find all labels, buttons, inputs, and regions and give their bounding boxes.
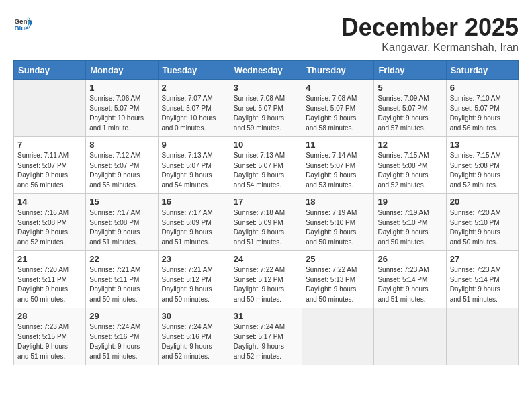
cell-info: Sunrise: 7:15 AM Sunset: 5:08 PM Dayligh… [378,151,442,190]
cell-info: Sunrise: 7:19 AM Sunset: 5:10 PM Dayligh… [306,208,370,247]
calendar-cell: 8Sunrise: 7:12 AM Sunset: 5:07 PM Daylig… [86,137,158,194]
day-number: 3 [234,83,298,93]
day-number: 4 [306,83,370,93]
cell-info: Sunrise: 7:07 AM Sunset: 5:07 PM Dayligh… [162,94,226,133]
day-number: 30 [162,311,226,321]
cell-info: Sunrise: 7:23 AM Sunset: 5:14 PM Dayligh… [378,265,442,304]
day-number: 26 [378,254,442,264]
cell-info: Sunrise: 7:22 AM Sunset: 5:12 PM Dayligh… [234,265,298,304]
day-number: 22 [89,254,154,264]
day-number: 1 [89,83,154,93]
cell-info: Sunrise: 7:08 AM Sunset: 5:07 PM Dayligh… [234,94,298,133]
calendar-week-row: 21Sunrise: 7:20 AM Sunset: 5:11 PM Dayli… [14,251,519,308]
calendar-table: SundayMondayTuesdayWednesdayThursdayFrid… [13,60,519,365]
cell-info: Sunrise: 7:20 AM Sunset: 5:10 PM Dayligh… [450,208,515,247]
calendar-week-row: 14Sunrise: 7:16 AM Sunset: 5:08 PM Dayli… [14,194,519,251]
cell-info: Sunrise: 7:18 AM Sunset: 5:09 PM Dayligh… [234,208,298,247]
weekday-header-cell: Tuesday [158,61,230,80]
calendar-cell: 7Sunrise: 7:11 AM Sunset: 5:07 PM Daylig… [14,137,86,194]
cell-info: Sunrise: 7:23 AM Sunset: 5:14 PM Dayligh… [450,265,515,304]
day-number: 7 [17,140,82,150]
calendar-cell: 14Sunrise: 7:16 AM Sunset: 5:08 PM Dayli… [14,194,86,251]
calendar-cell: 1Sunrise: 7:06 AM Sunset: 5:07 PM Daylig… [86,80,158,137]
calendar-cell [302,308,374,365]
calendar-cell [446,308,518,365]
calendar-cell: 15Sunrise: 7:17 AM Sunset: 5:08 PM Dayli… [86,194,158,251]
day-number: 17 [234,197,298,207]
day-number: 2 [162,83,226,93]
calendar-cell [14,80,86,137]
cell-info: Sunrise: 7:24 AM Sunset: 5:16 PM Dayligh… [89,322,154,361]
calendar-cell: 6Sunrise: 7:10 AM Sunset: 5:07 PM Daylig… [446,80,518,137]
weekday-header-cell: Friday [374,61,446,80]
header: General Blue December 2025 Kangavar, Ker… [13,13,519,54]
calendar-cell: 21Sunrise: 7:20 AM Sunset: 5:11 PM Dayli… [14,251,86,308]
calendar-cell: 25Sunrise: 7:22 AM Sunset: 5:13 PM Dayli… [302,251,374,308]
day-number: 18 [306,197,370,207]
calendar-cell: 17Sunrise: 7:18 AM Sunset: 5:09 PM Dayli… [230,194,302,251]
title-area: December 2025 Kangavar, Kermanshah, Iran [341,13,519,54]
calendar-cell: 22Sunrise: 7:21 AM Sunset: 5:11 PM Dayli… [86,251,158,308]
day-number: 8 [89,140,154,150]
cell-info: Sunrise: 7:06 AM Sunset: 5:07 PM Dayligh… [89,94,154,133]
calendar-cell: 27Sunrise: 7:23 AM Sunset: 5:14 PM Dayli… [446,251,518,308]
cell-info: Sunrise: 7:19 AM Sunset: 5:10 PM Dayligh… [378,208,442,247]
cell-info: Sunrise: 7:17 AM Sunset: 5:09 PM Dayligh… [162,208,226,247]
cell-info: Sunrise: 7:13 AM Sunset: 5:07 PM Dayligh… [234,151,298,190]
day-number: 21 [17,254,82,264]
month-title: December 2025 [341,13,519,42]
cell-info: Sunrise: 7:15 AM Sunset: 5:08 PM Dayligh… [450,151,515,190]
cell-info: Sunrise: 7:17 AM Sunset: 5:08 PM Dayligh… [89,208,154,247]
day-number: 11 [306,140,370,150]
cell-info: Sunrise: 7:24 AM Sunset: 5:16 PM Dayligh… [162,322,226,361]
day-number: 29 [89,311,154,321]
calendar-cell: 11Sunrise: 7:14 AM Sunset: 5:07 PM Dayli… [302,137,374,194]
calendar-cell: 2Sunrise: 7:07 AM Sunset: 5:07 PM Daylig… [158,80,230,137]
calendar-cell: 18Sunrise: 7:19 AM Sunset: 5:10 PM Dayli… [302,194,374,251]
day-number: 9 [162,140,226,150]
calendar-cell: 4Sunrise: 7:08 AM Sunset: 5:07 PM Daylig… [302,80,374,137]
day-number: 15 [89,197,154,207]
cell-info: Sunrise: 7:12 AM Sunset: 5:07 PM Dayligh… [89,151,154,190]
cell-info: Sunrise: 7:08 AM Sunset: 5:07 PM Dayligh… [306,94,370,133]
calendar-week-row: 7Sunrise: 7:11 AM Sunset: 5:07 PM Daylig… [14,137,519,194]
day-number: 27 [450,254,515,264]
cell-info: Sunrise: 7:24 AM Sunset: 5:17 PM Dayligh… [234,322,298,361]
calendar-cell: 9Sunrise: 7:13 AM Sunset: 5:07 PM Daylig… [158,137,230,194]
weekday-header-cell: Thursday [302,61,374,80]
cell-info: Sunrise: 7:16 AM Sunset: 5:08 PM Dayligh… [17,208,82,247]
calendar-cell: 28Sunrise: 7:23 AM Sunset: 5:15 PM Dayli… [14,308,86,365]
calendar-cell: 24Sunrise: 7:22 AM Sunset: 5:12 PM Dayli… [230,251,302,308]
calendar-cell: 5Sunrise: 7:09 AM Sunset: 5:07 PM Daylig… [374,80,446,137]
cell-info: Sunrise: 7:10 AM Sunset: 5:07 PM Dayligh… [450,94,515,133]
day-number: 31 [234,311,298,321]
svg-text:Blue: Blue [14,24,29,32]
cell-info: Sunrise: 7:22 AM Sunset: 5:13 PM Dayligh… [306,265,370,304]
cell-info: Sunrise: 7:21 AM Sunset: 5:11 PM Dayligh… [89,265,154,304]
calendar-cell [374,308,446,365]
logo-icon: General Blue [13,13,32,32]
calendar-body: 1Sunrise: 7:06 AM Sunset: 5:07 PM Daylig… [14,80,519,365]
day-number: 6 [450,83,515,93]
calendar-cell: 20Sunrise: 7:20 AM Sunset: 5:10 PM Dayli… [446,194,518,251]
calendar-week-row: 28Sunrise: 7:23 AM Sunset: 5:15 PM Dayli… [14,308,519,365]
day-number: 5 [378,83,442,93]
cell-info: Sunrise: 7:11 AM Sunset: 5:07 PM Dayligh… [17,151,82,190]
calendar-cell: 23Sunrise: 7:21 AM Sunset: 5:12 PM Dayli… [158,251,230,308]
calendar-cell: 29Sunrise: 7:24 AM Sunset: 5:16 PM Dayli… [86,308,158,365]
logo: General Blue [13,13,32,32]
day-number: 28 [17,311,82,321]
cell-info: Sunrise: 7:14 AM Sunset: 5:07 PM Dayligh… [306,151,370,190]
calendar-cell: 31Sunrise: 7:24 AM Sunset: 5:17 PM Dayli… [230,308,302,365]
weekday-header-cell: Wednesday [230,61,302,80]
calendar-week-row: 1Sunrise: 7:06 AM Sunset: 5:07 PM Daylig… [14,80,519,137]
cell-info: Sunrise: 7:20 AM Sunset: 5:11 PM Dayligh… [17,265,82,304]
calendar-cell: 12Sunrise: 7:15 AM Sunset: 5:08 PM Dayli… [374,137,446,194]
weekday-header-cell: Saturday [446,61,518,80]
day-number: 12 [378,140,442,150]
cell-info: Sunrise: 7:21 AM Sunset: 5:12 PM Dayligh… [162,265,226,304]
weekday-header-cell: Sunday [14,61,86,80]
day-number: 20 [450,197,515,207]
day-number: 14 [17,197,82,207]
calendar-cell: 16Sunrise: 7:17 AM Sunset: 5:09 PM Dayli… [158,194,230,251]
